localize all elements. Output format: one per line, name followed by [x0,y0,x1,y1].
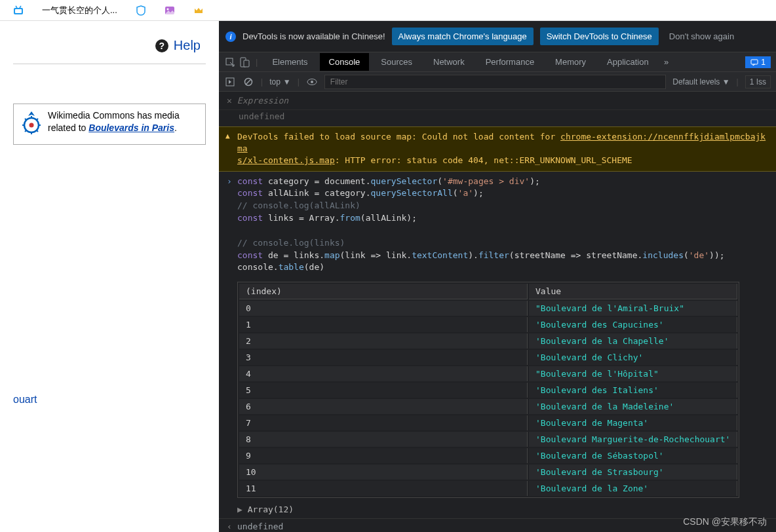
svg-line-22 [246,79,251,85]
table-row[interactable]: 4"Boulevard de l'Hôpital" [239,366,737,381]
tab-sources[interactable]: Sources [372,53,421,71]
commons-link[interactable]: Boulevards in Paris [88,123,174,133]
svg-rect-18 [244,60,249,67]
bilibili-icon [13,5,24,16]
banner-text: DevTools is now available in Chinese! [242,31,385,41]
close-icon[interactable]: ✕ [227,96,232,105]
commons-box: Wikimedia Commons has media related to B… [13,104,206,145]
info-icon: i [225,31,236,42]
sidebar-toggle-icon[interactable] [224,76,236,88]
console-input-echo[interactable]: const category = document.querySelector(… [219,172,776,278]
tab-application[interactable]: Application [598,53,658,71]
console-filter-bar: | top ▼ | Default levels ▼ | 1 Iss [219,72,776,92]
dismiss-banner-button[interactable]: Don't show again [665,28,738,45]
table-row[interactable]: 11'Boulevard de la Zone' [239,481,737,496]
svg-point-7 [29,123,34,128]
table-row[interactable]: 7'Boulevard de Magenta' [239,415,737,430]
svg-line-15 [37,130,38,132]
log-levels-selector[interactable]: Default levels ▼ [672,77,729,86]
svg-line-12 [25,119,26,120]
table-row[interactable]: 8'Boulevard Marguerite-de-Rochechouart' [239,432,737,447]
th-index[interactable]: (index) [239,284,528,299]
table-row[interactable]: 9'Boulevard de Sébastopol' [239,448,737,463]
eye-icon[interactable] [306,76,318,88]
th-value[interactable]: Value [529,284,737,299]
tab-console[interactable]: Console [320,53,370,71]
crown-icon[interactable] [193,5,204,16]
svg-line-13 [37,119,38,120]
svg-line-3 [20,6,21,8]
svg-point-5 [166,8,168,10]
warning-link-2[interactable]: s/xl-content.js.map [237,155,335,165]
commons-logo-icon [20,109,43,139]
watermark: CSDN @安果移不动 [683,516,767,528]
partial-link[interactable]: ouart [13,394,206,406]
table-row[interactable]: 5'Boulevard des Italiens' [239,383,737,398]
gallery-icon[interactable] [165,5,175,16]
svg-rect-19 [751,60,758,64]
console-warning[interactable]: DevTools failed to load source map: Coul… [219,126,776,172]
help-icon[interactable]: ? [155,39,168,52]
message-count-badge[interactable]: 1 [745,56,771,68]
issues-badge[interactable]: 1 Iss [745,75,771,88]
svg-line-14 [25,130,26,132]
table-row[interactable]: 1'Boulevard des Capucines' [239,317,737,332]
browser-tab-strip: 一气贯长空的个人... [0,0,776,21]
table-row[interactable]: 2'Boulevard de la Chapelle' [239,333,737,349]
switch-language-button[interactable]: Switch DevTools to Chinese [540,28,659,45]
tab-performance[interactable]: Performance [476,53,543,71]
svg-point-24 [311,81,313,83]
tab-memory[interactable]: Memory [546,53,595,71]
table-row[interactable]: 3'Boulevard de Clichy' [239,350,737,365]
inspect-icon[interactable] [224,56,236,68]
context-selector[interactable]: top ▼ [269,77,291,86]
match-language-button[interactable]: Always match Chrome's language [392,28,534,45]
tab-network[interactable]: Network [424,53,474,71]
devtools-language-banner: i DevTools is now available in Chinese! … [219,21,776,52]
svg-line-2 [16,6,17,8]
commons-text: Wikimedia Commons has media related to B… [48,109,199,139]
shield-icon[interactable] [136,5,146,16]
tab-elements[interactable]: Elements [263,53,317,71]
live-expression-value: undefined [219,110,776,126]
help-link[interactable]: Help [174,38,201,53]
wikipedia-panel: ? Help Wikimedia Commons has media relat… [0,21,219,532]
table-row[interactable]: 10'Boulevard de Strasbourg' [239,465,737,480]
browser-tab-title[interactable]: 一气贯长空的个人... [42,5,117,16]
console-table[interactable]: (index) Value 0"Boulevard de l'Amiral-Br… [237,282,739,498]
table-row[interactable]: 0"Boulevard de l'Amiral-Bruix" [239,301,737,316]
table-row[interactable]: 6'Boulevard de la Madeleine' [239,399,737,414]
svg-rect-1 [15,9,22,13]
console-output[interactable]: ✕Expression undefined DevTools failed to… [219,92,776,532]
clear-console-icon[interactable] [242,76,254,88]
more-tabs-icon[interactable]: » [661,56,672,68]
devtools-panel: i DevTools is now available in Chinese! … [219,21,776,532]
filter-input[interactable] [324,75,666,89]
live-expression-row[interactable]: ✕Expression [219,92,776,110]
device-icon[interactable] [239,56,250,68]
devtools-tab-bar: | Elements Console Sources Network Perfo… [219,52,776,72]
